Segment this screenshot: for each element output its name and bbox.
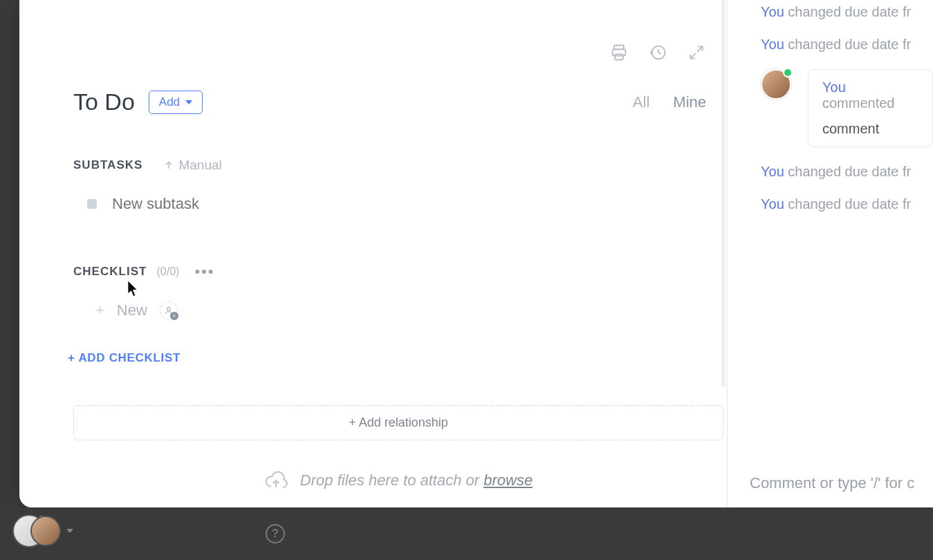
task-modal: To Do Add All Mine SUBTASKS Manual bbox=[19, 0, 933, 507]
activity-text: changed due date fr bbox=[788, 4, 911, 19]
dropzone-text-prefix: Drop files here to attach or bbox=[300, 472, 483, 489]
svg-point-4 bbox=[167, 307, 171, 310]
activity-text: changed due date fr bbox=[788, 37, 911, 52]
print-icon[interactable] bbox=[609, 43, 629, 62]
subtask-row bbox=[87, 195, 389, 213]
history-icon[interactable] bbox=[648, 43, 667, 62]
subtask-checkbox[interactable] bbox=[87, 199, 97, 209]
avatar-2 bbox=[30, 516, 61, 546]
checklist-more-icon[interactable]: ••• bbox=[194, 263, 214, 281]
svg-rect-2 bbox=[615, 54, 623, 59]
checklist-header: CHECKLIST (0/0) ••• bbox=[73, 263, 214, 281]
activity-actor: You bbox=[761, 196, 784, 212]
assign-person-icon[interactable]: + bbox=[160, 301, 178, 319]
activity-text: changed due date fr bbox=[788, 164, 911, 179]
subtasks-sort-label: Manual bbox=[178, 158, 221, 173]
comment-bubble[interactable]: You commented comment bbox=[808, 69, 933, 147]
chevron-down-icon bbox=[185, 100, 192, 104]
main-scrollbar[interactable] bbox=[721, 0, 726, 387]
app-bottom-bar: ? bbox=[0, 507, 933, 560]
arrow-up-icon bbox=[163, 160, 174, 171]
cloud-upload-icon bbox=[264, 469, 288, 492]
presence-indicator bbox=[783, 68, 793, 77]
task-main-panel: To Do Add All Mine SUBTASKS Manual bbox=[19, 0, 728, 507]
browse-link[interactable]: browse bbox=[483, 472, 533, 489]
subtasks-sort[interactable]: Manual bbox=[163, 158, 221, 173]
activity-actor: You bbox=[761, 164, 784, 179]
checklist-label: CHECKLIST bbox=[73, 265, 147, 279]
activity-row: You changed due date fr bbox=[761, 37, 933, 53]
activity-row: You changed due date fr bbox=[761, 196, 933, 212]
activity-actor: You bbox=[761, 37, 784, 52]
activity-row: You changed due date fr bbox=[761, 4, 933, 20]
activity-row: You changed due date fr bbox=[761, 164, 933, 180]
title-row: To Do Add All Mine bbox=[73, 88, 706, 115]
activity-comment: You commented comment bbox=[761, 69, 933, 147]
activity-actor: You bbox=[761, 4, 784, 19]
activity-panel: You changed due date fr You changed due … bbox=[728, 0, 933, 507]
avatar[interactable] bbox=[761, 69, 791, 100]
activity-text: changed due date fr bbox=[788, 196, 911, 212]
top-toolbar bbox=[609, 43, 706, 62]
expand-icon[interactable] bbox=[687, 43, 706, 62]
attachment-dropzone[interactable]: Drop files here to attach or browse bbox=[73, 469, 723, 492]
filter-mine[interactable]: Mine bbox=[673, 93, 706, 111]
checklist-count: (0/0) bbox=[156, 265, 179, 278]
add-checklist-button[interactable]: + ADD CHECKLIST bbox=[68, 351, 181, 365]
comment-header: You commented bbox=[822, 80, 918, 111]
dropzone-text: Drop files here to attach or browse bbox=[300, 472, 533, 489]
add-relationship-button[interactable]: + Add relationship bbox=[73, 405, 723, 440]
subtask-input[interactable] bbox=[112, 195, 389, 213]
assign-plus-badge: + bbox=[170, 312, 178, 320]
comment-body: comment bbox=[822, 121, 918, 137]
plus-icon[interactable]: + bbox=[95, 301, 104, 319]
assignee-stack[interactable] bbox=[12, 514, 73, 548]
filter-all[interactable]: All bbox=[633, 93, 649, 111]
comment-input[interactable]: Comment or type '/' for c bbox=[750, 474, 933, 492]
comment-action: commented bbox=[822, 95, 895, 111]
activity-list: You changed due date fr You changed due … bbox=[728, 4, 933, 212]
help-icon[interactable]: ? bbox=[266, 524, 285, 543]
page-title: To Do bbox=[73, 88, 135, 115]
subtasks-label: SUBTASKS bbox=[73, 158, 142, 172]
checklist-item-input[interactable]: New bbox=[117, 301, 147, 319]
add-button-label: Add bbox=[159, 95, 180, 109]
checklist-item-row: + New + bbox=[95, 301, 178, 319]
add-button[interactable]: Add bbox=[149, 91, 203, 114]
filter-tabs: All Mine bbox=[633, 93, 706, 111]
cursor-pointer-icon bbox=[127, 281, 140, 300]
comment-actor: You bbox=[822, 80, 846, 95]
subtasks-header: SUBTASKS Manual bbox=[73, 158, 222, 173]
chevron-down-icon bbox=[66, 529, 73, 533]
